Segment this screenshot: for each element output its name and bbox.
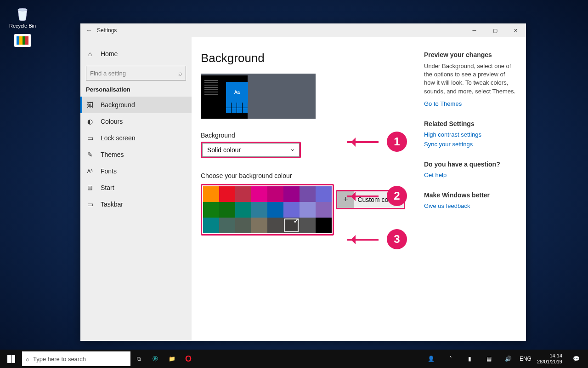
palette-icon: ◐	[86, 117, 94, 126]
colour-swatch[interactable]	[283, 186, 300, 202]
background-preview: Aa	[201, 74, 316, 119]
colour-swatch[interactable]	[219, 186, 235, 202]
sidebar-item-fonts[interactable]: Aᴬ Fonts	[80, 163, 192, 179]
sidebar-item-start[interactable]: ⊞ Start	[80, 179, 192, 196]
annotation-badge: 2	[387, 186, 407, 206]
svg-rect-1	[7, 355, 11, 359]
better-heading: Make Windows better	[424, 191, 517, 199]
home-label: Home	[101, 50, 118, 58]
related-heading: Related Settings	[424, 120, 517, 127]
colour-swatch[interactable]	[235, 218, 251, 233]
sync-link[interactable]: Sync your settings	[424, 141, 517, 148]
edge-icon[interactable]: ⓔ	[147, 350, 164, 368]
back-button[interactable]: ←	[86, 27, 94, 34]
settings-window: ← Settings ─ ▢ ✕ ⌂ Home ⌕ Personalisatio…	[80, 23, 526, 341]
recycle-bin-icon[interactable]: Recycle Bin	[6, 3, 39, 29]
sidebar-item-taskbar[interactable]: ▭ Taskbar	[80, 196, 192, 213]
colour-swatch[interactable]	[267, 186, 283, 202]
colour-swatch[interactable]	[300, 218, 316, 233]
brush-icon: ✎	[86, 150, 94, 159]
colour-swatch[interactable]	[251, 186, 267, 202]
colour-swatch[interactable]	[316, 218, 332, 233]
question-heading: Do you have a question?	[424, 161, 517, 168]
minimize-button[interactable]: ─	[464, 23, 485, 37]
colour-swatch[interactable]	[283, 218, 300, 233]
home-icon: ⌂	[86, 50, 94, 58]
search-input[interactable]: ⌕	[86, 66, 186, 80]
task-view-button[interactable]: ⧉	[130, 350, 147, 368]
sidebar-item-colours[interactable]: ◐ Colours	[80, 113, 192, 130]
language-indicator[interactable]: ENG	[520, 356, 531, 362]
date: 28/01/2019	[537, 359, 562, 365]
time: 14:14	[537, 353, 562, 359]
sidebar-item-label: Taskbar	[101, 201, 123, 208]
arrow-icon	[347, 140, 384, 143]
preview-heading: Preview your changes	[424, 51, 517, 58]
window-title: Settings	[94, 27, 464, 34]
sidebar: ⌂ Home ⌕ Personalisation 🖼 Background ◐ …	[80, 37, 192, 341]
close-button[interactable]: ✕	[505, 23, 526, 37]
colour-swatch[interactable]	[316, 186, 332, 202]
colour-swatch[interactable]	[267, 218, 283, 233]
colour-swatch[interactable]	[203, 186, 219, 202]
action-center-icon[interactable]: 💬	[568, 350, 584, 368]
font-icon: Aᴬ	[86, 167, 94, 175]
sidebar-item-background[interactable]: 🖼 Background	[80, 97, 192, 113]
colour-swatch[interactable]	[219, 202, 235, 218]
network-icon[interactable]: ▤	[481, 350, 498, 368]
aside-panel: Preview your changes Under Background, s…	[424, 51, 526, 341]
colour-swatch[interactable]	[283, 202, 300, 218]
svg-rect-4	[11, 359, 15, 363]
search-icon: ⌕	[26, 356, 29, 362]
opera-icon[interactable]: O	[180, 350, 197, 368]
preview-sample-text: Aa	[226, 82, 248, 103]
battery-icon[interactable]: ▮	[462, 350, 478, 368]
control-panel-icon[interactable]	[6, 34, 39, 48]
colour-swatch[interactable]	[300, 202, 316, 218]
clock[interactable]: 14:14 28/01/2019	[534, 353, 565, 365]
dropdown-value: Solid colour	[207, 146, 241, 154]
themes-link[interactable]: Go to Themes	[424, 100, 517, 107]
titlebar: ← Settings ─ ▢ ✕	[80, 23, 526, 37]
colour-palette	[203, 186, 332, 233]
people-icon[interactable]: 👤	[423, 350, 440, 368]
colour-swatch[interactable]	[203, 218, 219, 233]
start-icon: ⊞	[86, 184, 94, 192]
taskbar-search[interactable]: ⌕ Type here to search	[22, 351, 130, 366]
svg-rect-3	[7, 359, 11, 363]
high-contrast-link[interactable]: High contrast settings	[424, 131, 517, 138]
feedback-link[interactable]: Give us feedback	[424, 202, 517, 209]
lock-icon: ▭	[86, 134, 94, 142]
palette-label: Choose your background colour	[201, 172, 424, 179]
taskbar: ⌕ Type here to search ⧉ ⓔ 📁 O 👤 ˄ ▮ ▤ 🔊 …	[0, 350, 588, 368]
sidebar-item-label: Themes	[101, 151, 124, 158]
maximize-button[interactable]: ▢	[485, 23, 505, 37]
colour-swatch[interactable]	[203, 202, 219, 218]
colour-swatch[interactable]	[267, 202, 283, 218]
sidebar-item-label: Start	[101, 184, 114, 191]
recycle-bin-label: Recycle Bin	[6, 23, 39, 29]
colour-swatch[interactable]	[251, 218, 267, 233]
sidebar-item-lockscreen[interactable]: ▭ Lock screen	[80, 130, 192, 146]
sidebar-item-themes[interactable]: ✎ Themes	[80, 146, 192, 163]
colour-swatch[interactable]	[235, 202, 251, 218]
annotation-badge: 1	[387, 132, 407, 152]
sidebar-home[interactable]: ⌂ Home	[80, 46, 192, 62]
annotation-2: 2	[347, 186, 407, 206]
colour-swatch[interactable]	[316, 202, 332, 218]
volume-icon[interactable]: 🔊	[500, 350, 517, 368]
page-title: Background	[201, 51, 424, 65]
arrow-icon	[347, 195, 384, 197]
tray-chevron-icon[interactable]: ˄	[442, 350, 459, 368]
colour-swatch[interactable]	[219, 218, 235, 233]
colour-swatch[interactable]	[251, 202, 267, 218]
file-explorer-icon[interactable]: 📁	[164, 350, 180, 368]
start-button[interactable]	[0, 350, 22, 368]
sidebar-item-label: Colours	[101, 118, 123, 125]
taskbar-icon: ▭	[86, 200, 94, 208]
help-link[interactable]: Get help	[424, 172, 517, 178]
background-dropdown[interactable]: Solid colour	[202, 143, 300, 157]
colour-swatch[interactable]	[235, 186, 251, 202]
search-field[interactable]	[90, 70, 178, 77]
colour-swatch[interactable]	[300, 186, 316, 202]
